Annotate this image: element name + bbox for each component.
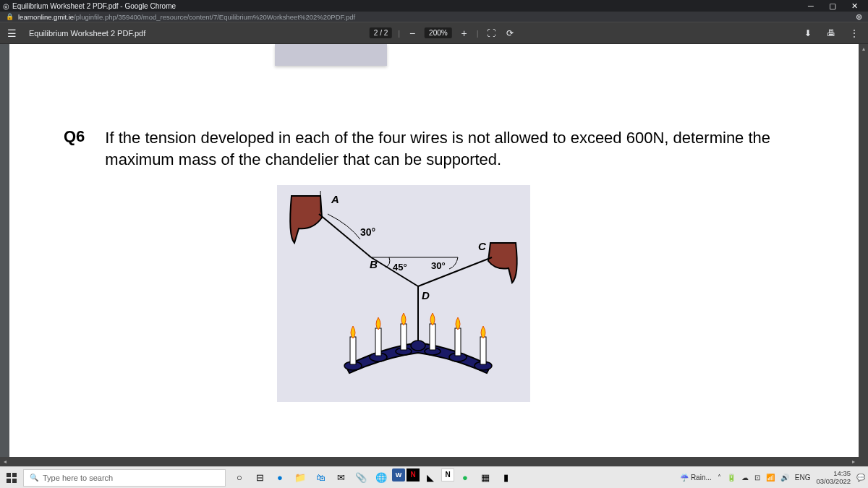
notion-icon[interactable]: N: [441, 468, 454, 481]
taskbar-search[interactable]: 🔍 Type here to search: [23, 469, 226, 487]
window-title: Equilibrium Worksheet 2 PDF.pdf - Google…: [12, 2, 176, 10]
svg-rect-21: [7, 479, 11, 483]
search-icon: 🔍: [30, 474, 38, 481]
angle-bd: 45°: [393, 262, 407, 273]
zoom-level[interactable]: 200%: [425, 27, 452, 38]
svg-rect-14: [430, 324, 435, 350]
separator: |: [398, 29, 400, 38]
angle-cd: 30°: [431, 260, 446, 271]
chrome-titlebar: ◎ Equilibrium Worksheet 2 PDF.pdf - Goog…: [0, 0, 868, 12]
question-text: If the tension developed in each of the …: [105, 127, 801, 170]
rotate-icon[interactable]: ⟳: [503, 27, 516, 40]
notifications-icon[interactable]: 💬: [856, 474, 865, 481]
svg-rect-18: [480, 337, 486, 364]
more-icon[interactable]: ⋮: [848, 27, 861, 40]
url-path: /pluginfile.php/359400/mod_resource/cont…: [74, 13, 355, 21]
address-bar[interactable]: 🔒 learnonline.gmit.ie/pluginfile.php/359…: [0, 12, 868, 22]
zoom-out-button[interactable]: −: [406, 27, 419, 39]
battery-icon[interactable]: 🔋: [727, 474, 736, 481]
label-c: C: [478, 240, 487, 252]
windows-taskbar: 🔍 Type here to search ○ ⊟ ● 📁 🛍 ✉ 📎 🌐 W …: [0, 466, 868, 488]
app3-icon[interactable]: ▮: [496, 468, 515, 487]
horizontal-scrollbar[interactable]: ◂ ▸: [0, 457, 859, 466]
explorer-icon[interactable]: 📁: [291, 468, 310, 487]
label-a: A: [331, 193, 339, 205]
chrome-icon: ◎: [3, 2, 9, 10]
edge-icon[interactable]: ●: [271, 468, 289, 487]
print-icon[interactable]: 🖶: [825, 27, 838, 40]
onedrive-icon[interactable]: ☁: [741, 474, 749, 481]
zoom-icon[interactable]: ⊕: [856, 12, 862, 22]
volume-icon[interactable]: 🔊: [780, 474, 789, 481]
taskview-icon[interactable]: ⊟: [250, 468, 269, 487]
wifi-icon[interactable]: 📶: [766, 474, 775, 481]
separator: |: [477, 29, 479, 38]
svg-rect-22: [12, 479, 17, 483]
scroll-right-icon[interactable]: ▸: [848, 457, 859, 466]
candle-3: [396, 313, 412, 355]
svg-rect-19: [7, 473, 11, 477]
search-placeholder: Type here to search: [43, 474, 113, 482]
pdf-toolbar: ☰ Equilibrium Worksheet 2 PDF.pdf 2 / 2 …: [0, 22, 868, 44]
clock[interactable]: 14:35 03/03/2022: [816, 470, 851, 485]
svg-rect-10: [375, 328, 381, 356]
svg-line-3: [418, 257, 492, 286]
candle-4: [425, 313, 441, 355]
security-icon[interactable]: ⊡: [754, 474, 760, 481]
candle-5: [449, 317, 467, 361]
maximize-button[interactable]: ▢: [822, 1, 843, 11]
taskbar-apps: ○ ⊟ ● 📁 🛍 ✉ 📎 🌐 W N ◣ N ● ▦ ▮: [230, 468, 515, 487]
zoom-in-button[interactable]: +: [458, 27, 471, 39]
chrome-icon[interactable]: 🌐: [372, 468, 391, 487]
time: 14:35: [816, 470, 851, 477]
svg-rect-8: [350, 337, 356, 364]
start-button[interactable]: [3, 469, 20, 487]
label-d: D: [422, 289, 430, 301]
page-indicator[interactable]: 2 / 2: [370, 27, 392, 38]
menu-icon[interactable]: ☰: [7, 27, 22, 39]
store-icon[interactable]: 🛍: [311, 468, 330, 487]
pdf-page: Q6 If the tension developed in each of t…: [9, 44, 859, 457]
angle-ab: 30°: [360, 226, 375, 238]
weather-icon: ☔: [680, 474, 689, 481]
candle-2: [370, 317, 387, 361]
question-block: Q6 If the tension developed in each of t…: [64, 127, 801, 170]
svg-point-6: [411, 341, 425, 351]
weather-widget[interactable]: ☔ Rain...: [680, 474, 712, 481]
document-viewport[interactable]: Q6 If the tension developed in each of t…: [0, 44, 868, 466]
candle-1: [344, 326, 362, 370]
svg-rect-12: [401, 324, 407, 350]
system-tray: ☔ Rain... ˄ 🔋 ☁ ⊡ 📶 🔊 ENG 14:35 03/03/20…: [680, 470, 865, 485]
vertical-scrollbar[interactable]: ▴: [859, 44, 868, 466]
scroll-up-icon[interactable]: ▴: [859, 44, 868, 54]
spotify-icon[interactable]: ●: [456, 468, 475, 487]
svg-rect-16: [455, 328, 461, 356]
svg-rect-20: [12, 473, 17, 477]
pdf-filename: Equilibrium Worksheet 2 PDF.pdf: [29, 29, 145, 38]
cortana-icon[interactable]: ○: [230, 468, 249, 487]
candle-6: [475, 326, 492, 370]
mail-icon[interactable]: ✉: [331, 468, 350, 487]
weather-text: Rain...: [691, 474, 712, 481]
fit-page-icon[interactable]: ⛶: [485, 27, 498, 40]
close-button[interactable]: ✕: [843, 1, 865, 11]
chandelier-diagram: 30° A B C 45° 30° D: [277, 185, 530, 402]
label-b: B: [370, 258, 378, 270]
office-icon[interactable]: 📎: [352, 468, 370, 487]
download-icon[interactable]: ⬇: [801, 27, 814, 40]
word-icon[interactable]: W: [392, 468, 405, 481]
url-domain: learnonline.gmit.ie: [18, 13, 74, 21]
date: 03/03/2022: [816, 478, 851, 485]
app-icon[interactable]: ◣: [421, 468, 440, 487]
prev-page-fragment: [275, 44, 387, 66]
language-indicator[interactable]: ENG: [795, 474, 811, 481]
question-number: Q6: [64, 127, 85, 170]
scroll-left-icon[interactable]: ◂: [0, 457, 10, 466]
chevron-up-icon[interactable]: ˄: [718, 474, 721, 481]
app2-icon[interactable]: ▦: [476, 468, 495, 487]
netflix-icon[interactable]: N: [407, 468, 420, 481]
minimize-button[interactable]: ─: [800, 1, 822, 10]
lock-icon: 🔒: [6, 13, 14, 20]
